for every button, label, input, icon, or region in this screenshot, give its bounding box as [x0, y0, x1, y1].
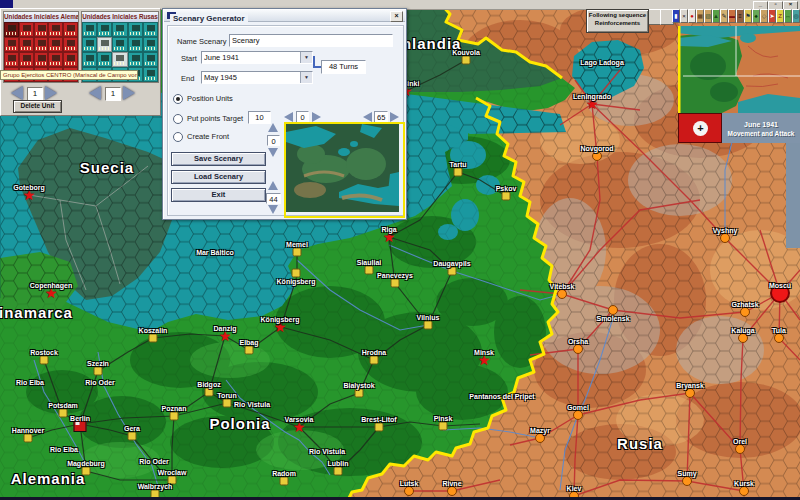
unit-counter[interactable]: [128, 52, 143, 67]
close-icon[interactable]: ×: [390, 11, 403, 22]
unit-counter[interactable]: [19, 22, 34, 37]
unit-counter[interactable]: [82, 52, 97, 67]
unit-counter[interactable]: [82, 37, 97, 52]
sequence-line2: Reinforcements: [587, 19, 648, 27]
german-unit-prev-arrow[interactable]: [11, 86, 23, 100]
scroll-down-arrow[interactable]: [268, 148, 278, 157]
end-date-select[interactable]: May 1945 ▼: [201, 71, 313, 84]
position-units-radio[interactable]: [173, 94, 183, 104]
following-sequence-button[interactable]: Following sequence Reinforcements: [586, 9, 649, 33]
vscroll-b-value[interactable]: 44: [266, 193, 281, 204]
unit-counter[interactable]: [143, 22, 158, 37]
turns-display: 48 Turns: [321, 60, 366, 74]
german-unit-next-arrow[interactable]: [45, 86, 57, 100]
create-front-label: Create Front: [187, 132, 229, 141]
unit-counter[interactable]: [63, 22, 78, 37]
unit-counter[interactable]: [19, 37, 34, 52]
map-toolbar: ▮×●▦▨▲✎▬≡⚑♠◇➤Z↔◎: [672, 9, 800, 23]
german-unit-counter[interactable]: 1: [27, 87, 43, 101]
scroll-right-arrow[interactable]: [312, 112, 321, 122]
unit-counter[interactable]: [34, 37, 49, 52]
bolt-icon[interactable]: Z: [776, 9, 784, 23]
delete-unit-button[interactable]: Delete Unit: [13, 100, 62, 113]
photo-icon[interactable]: ▨: [704, 9, 712, 23]
start-label: Start: [181, 54, 197, 63]
chevron-down-icon[interactable]: ▼: [300, 52, 312, 63]
scroll-up-arrow[interactable]: [268, 123, 278, 132]
end-date-value: May 1945: [204, 72, 300, 83]
paint-icon[interactable]: ▬: [728, 9, 736, 23]
game-window: KouvolaTartuPskovMemelKönigsbergSiauliai…: [0, 0, 800, 500]
save-icon[interactable]: ▮: [672, 9, 680, 23]
overview-minimap[interactable]: [678, 26, 800, 113]
edit-icon[interactable]: ✎: [720, 9, 728, 23]
unit-counter[interactable]: [63, 37, 78, 52]
german-flag: +: [678, 113, 722, 143]
unit-counter[interactable]: [4, 37, 19, 52]
scroll-left-arrow[interactable]: [284, 112, 293, 122]
scroll-up-arrow[interactable]: [268, 181, 278, 190]
flag-icon[interactable]: ⚑: [744, 9, 752, 23]
german-units-title: Unidades Iniciales Alemanas: [4, 12, 78, 22]
scenary-name-input[interactable]: Scenary: [229, 34, 393, 47]
phase-label: Movement and Attack: [722, 130, 800, 137]
turns-connector: [313, 66, 321, 68]
load-scenary-button[interactable]: Load Scenary: [171, 170, 266, 184]
unit-counter[interactable]: [4, 52, 19, 67]
russian-units-title: Unidades Iniciales Rusas: [82, 12, 158, 22]
start-date-value: June 1941: [204, 52, 300, 63]
unit-counter[interactable]: [48, 37, 63, 52]
dialog-minimap[interactable]: [284, 122, 405, 218]
hex-icon[interactable]: ◇: [760, 9, 768, 23]
unit-counter[interactable]: [82, 22, 97, 37]
unit-counter[interactable]: [4, 22, 19, 37]
terrain-icon[interactable]: ▲: [712, 9, 720, 23]
start-date-select[interactable]: June 1941 ▼: [201, 51, 313, 64]
units-icon[interactable]: ▦: [696, 9, 704, 23]
unit-counter[interactable]: [19, 52, 34, 67]
unit-counter[interactable]: [112, 37, 127, 52]
scroll-right-arrow[interactable]: [390, 112, 399, 122]
unit-counter[interactable]: [112, 22, 127, 37]
unit-counter[interactable]: [63, 52, 78, 67]
balkenkreuz-icon: +: [693, 121, 708, 136]
russian-unit-counter[interactable]: 1: [105, 87, 121, 101]
chevron-down-icon[interactable]: ▼: [300, 72, 312, 83]
unit-counter[interactable]: [128, 22, 143, 37]
unit-counter[interactable]: [143, 37, 158, 52]
put-points-radio[interactable]: [173, 114, 183, 124]
window-right-strip: [786, 143, 800, 248]
record-icon[interactable]: ●: [688, 9, 696, 23]
rail-icon[interactable]: ≡: [736, 9, 744, 23]
unit-counter[interactable]: [97, 37, 112, 52]
unit-counter[interactable]: [48, 22, 63, 37]
unit-counter[interactable]: [48, 52, 63, 67]
name-scenary-label: Name Scenary: [177, 37, 227, 46]
create-front-radio[interactable]: [173, 132, 183, 142]
scroll-down-arrow[interactable]: [268, 205, 278, 214]
end-label: End: [181, 74, 194, 83]
unit-counter[interactable]: [112, 52, 127, 67]
position-units-label: Position Units: [187, 94, 233, 103]
unit-counter[interactable]: [128, 37, 143, 52]
russian-unit-next-arrow[interactable]: [123, 86, 135, 100]
sequence-line1: Following sequence: [587, 11, 648, 19]
tree-icon[interactable]: ♠: [752, 9, 760, 23]
vscroll-a-value[interactable]: 0: [267, 135, 280, 146]
unit-counter[interactable]: [34, 22, 49, 37]
save-scenary-button[interactable]: Save Scenary: [171, 152, 266, 166]
unit-counter[interactable]: [34, 52, 49, 67]
scroll-left-arrow[interactable]: [363, 112, 372, 122]
unit-counter[interactable]: [143, 67, 158, 82]
exit-button[interactable]: Exit: [171, 188, 266, 202]
unit-counter[interactable]: [97, 52, 112, 67]
unit-counter[interactable]: [97, 22, 112, 37]
delete-icon[interactable]: ×: [680, 9, 688, 23]
unit-counter[interactable]: [143, 52, 158, 67]
russian-unit-prev-arrow[interactable]: [89, 86, 101, 100]
view-icon[interactable]: ◎: [792, 9, 800, 23]
scenary-generator-dialog: × Scenary Generator Name Scenary Scenary…: [162, 8, 407, 220]
attack-icon[interactable]: ➤: [768, 9, 776, 23]
move-icon[interactable]: ↔: [784, 9, 792, 23]
dialog-title: Scenary Generator: [170, 14, 248, 23]
